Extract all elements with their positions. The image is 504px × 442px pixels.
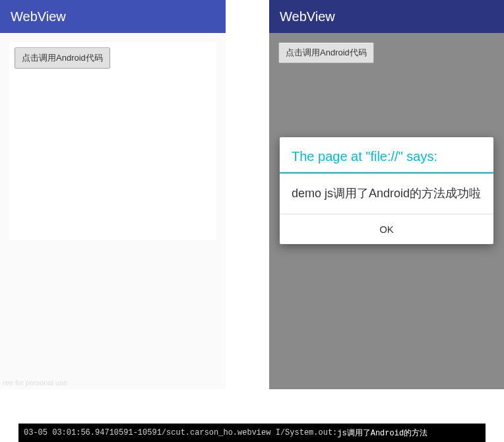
call-android-button[interactable]: 点击调用Android代码 <box>278 42 374 63</box>
watermark-text: ree for personal use <box>3 379 67 387</box>
alert-dialog: The page at "file://" says: demo js调用了An… <box>280 137 493 244</box>
log-tag: scut.carson_ho.webview I/System.out: <box>166 428 337 437</box>
dialog-message: demo js调用了Android的方法成功啦 <box>280 174 493 214</box>
app-title: WebView <box>280 9 335 24</box>
webview-page: 点击调用Android代码 <box>9 42 216 240</box>
app-header: WebView <box>269 0 504 33</box>
log-pid: 10591-10591 <box>110 428 162 437</box>
app-title: WebView <box>11 9 66 24</box>
log-timestamp: 03-05 03:01:56.947 <box>24 428 110 437</box>
screen-left: WebView 点击调用Android代码 ree for personal u… <box>0 0 226 389</box>
log-line: 03-05 03:01:56.947 10591-10591/scut.cars… <box>18 424 486 442</box>
logcat-area: 03-05 03:01:56.947 10591-10591/scut.cars… <box>0 412 504 442</box>
app-header: WebView <box>0 0 226 33</box>
webview-content-dimmed: 点击调用Android代码 The page at "file://" says… <box>269 33 504 389</box>
log-message: js调用了Android的方法 <box>337 427 427 439</box>
dialog-ok-button[interactable]: OK <box>280 214 493 244</box>
screen-right: WebView 点击调用Android代码 The page at "file:… <box>269 0 504 389</box>
dialog-title: The page at "file://" says: <box>280 137 493 174</box>
call-android-button[interactable]: 点击调用Android代码 <box>15 47 110 69</box>
webview-content: 点击调用Android代码 <box>0 33 226 389</box>
